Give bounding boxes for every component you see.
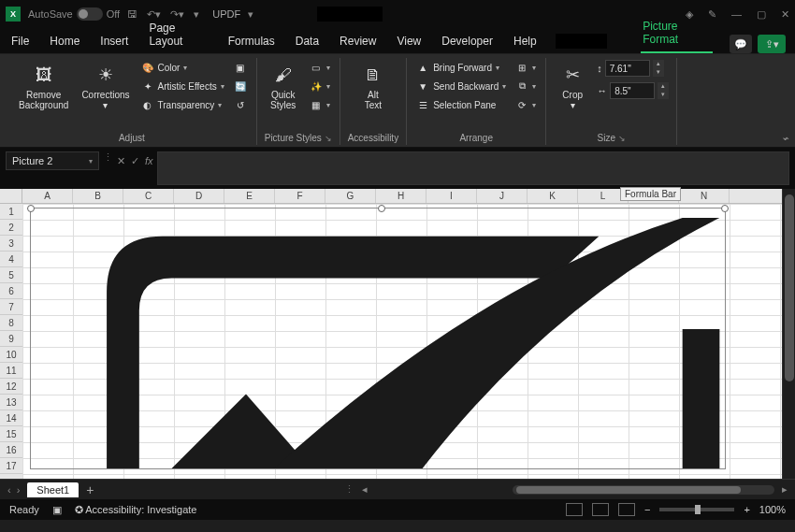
- picture-effects-button[interactable]: ✨: [308, 79, 332, 93]
- tab-formulas[interactable]: Formulas: [226, 29, 277, 53]
- row-header[interactable]: 17: [0, 458, 22, 474]
- zoom-slider[interactable]: [659, 508, 734, 511]
- sheet-nav-prev-icon[interactable]: ‹: [7, 484, 11, 496]
- comments-button[interactable]: 💬: [730, 35, 752, 53]
- row-header[interactable]: 10: [0, 347, 22, 363]
- cancel-formula-icon[interactable]: ✕: [117, 155, 125, 167]
- tab-home[interactable]: Home: [48, 29, 81, 53]
- row-header[interactable]: 5: [0, 267, 22, 283]
- row-header[interactable]: 7: [0, 299, 22, 315]
- close-icon[interactable]: ✕: [781, 8, 789, 21]
- bring-forward-button[interactable]: ▲Bring Forward: [414, 60, 508, 75]
- quick-styles-button[interactable]: 🖌 Quick Styles: [265, 60, 302, 112]
- crop-button[interactable]: ✂ Crop▾: [554, 60, 591, 112]
- embedded-picture[interactable]: [30, 208, 726, 469]
- row-header[interactable]: 12: [0, 379, 22, 395]
- maximize-icon[interactable]: ▢: [757, 8, 766, 21]
- formula-bar-collapse-icon[interactable]: ⌃: [783, 136, 790, 146]
- tab-picture-format[interactable]: Picture Format: [641, 14, 713, 53]
- scrollbar-thumb[interactable]: [785, 194, 794, 381]
- hscroll-left-icon[interactable]: ◂: [362, 483, 368, 496]
- row-header[interactable]: 4: [0, 252, 22, 267]
- corrections-button[interactable]: ☀ Corrections▾: [78, 60, 133, 112]
- col-header[interactable]: G: [325, 189, 376, 203]
- col-header[interactable]: N: [679, 189, 730, 203]
- enter-formula-icon[interactable]: ✓: [131, 155, 139, 167]
- row-header[interactable]: 15: [0, 426, 22, 442]
- tab-page-layout[interactable]: Page Layout: [147, 16, 209, 53]
- height-input[interactable]: ↕ ▴▾: [597, 60, 669, 77]
- hscroll-thumb[interactable]: [516, 486, 741, 494]
- tab-insert[interactable]: Insert: [98, 29, 130, 53]
- resize-handle-t[interactable]: [378, 205, 385, 212]
- row-header[interactable]: 8: [0, 315, 22, 331]
- macro-record-icon[interactable]: ▣: [52, 504, 62, 516]
- row-header[interactable]: 3: [0, 236, 22, 252]
- title-dropdown-icon[interactable]: ▾: [248, 8, 253, 21]
- toggle-off-icon[interactable]: [77, 7, 103, 21]
- change-picture-button[interactable]: 🔄: [232, 79, 249, 93]
- col-header[interactable]: K: [528, 189, 578, 203]
- minimize-icon[interactable]: —: [731, 8, 742, 20]
- tab-review[interactable]: Review: [338, 29, 378, 53]
- sheet-nav-next-icon[interactable]: ›: [17, 484, 21, 496]
- row-headers[interactable]: 1 2 3 4 5 6 7 8 9 10 11 12 13 14 15 16 1…: [0, 204, 22, 479]
- rotate-button[interactable]: ⟳: [513, 97, 538, 112]
- col-header[interactable]: D: [174, 189, 224, 203]
- name-box[interactable]: Picture 2 ▾: [6, 151, 99, 170]
- col-header[interactable]: F: [275, 189, 325, 203]
- resize-handle-tl[interactable]: [27, 205, 35, 212]
- normal-view-icon[interactable]: [566, 503, 583, 516]
- page-break-view-icon[interactable]: [618, 503, 635, 516]
- alt-text-button[interactable]: 🗎 Alt Text: [354, 60, 392, 112]
- styles-dialog-launcher[interactable]: ↘: [325, 134, 332, 143]
- picture-border-button[interactable]: ▭: [308, 60, 332, 75]
- hscroll-right-icon[interactable]: ▸: [782, 483, 788, 496]
- share-button[interactable]: ⇪▾: [758, 35, 786, 53]
- vertical-scrollbar[interactable]: [782, 189, 795, 479]
- accessibility-status[interactable]: ✪ Accessibility: Investigate: [75, 504, 197, 516]
- row-header[interactable]: 1: [0, 204, 22, 220]
- height-up[interactable]: ▴: [653, 60, 664, 68]
- save-icon[interactable]: 🖫: [127, 8, 137, 20]
- width-up[interactable]: ▴: [658, 82, 669, 91]
- zoom-level[interactable]: 100%: [759, 504, 786, 515]
- col-header[interactable]: B: [73, 189, 123, 203]
- row-header[interactable]: 9: [0, 331, 22, 347]
- zoom-in-icon[interactable]: +: [744, 504, 749, 515]
- width-field[interactable]: [610, 82, 655, 99]
- height-field[interactable]: [605, 60, 650, 77]
- select-all-corner[interactable]: [0, 189, 22, 203]
- selection-pane-button[interactable]: ☰Selection Pane: [414, 97, 508, 112]
- color-button[interactable]: 🎨Color: [139, 60, 226, 75]
- tab-view[interactable]: View: [395, 29, 423, 53]
- size-dialog-launcher[interactable]: ↘: [618, 134, 626, 143]
- tab-help[interactable]: Help: [512, 29, 539, 53]
- tab-file[interactable]: File: [9, 29, 31, 53]
- page-layout-view-icon[interactable]: [592, 503, 609, 516]
- add-sheet-icon[interactable]: +: [86, 482, 94, 497]
- tab-developer[interactable]: Developer: [440, 29, 495, 53]
- cell-grid[interactable]: [22, 204, 782, 479]
- tab-data[interactable]: Data: [294, 29, 321, 53]
- col-header[interactable]: E: [224, 189, 275, 203]
- sheet-tab-active[interactable]: Sheet1: [27, 482, 79, 497]
- col-header[interactable]: J: [477, 189, 528, 203]
- formula-bar[interactable]: ⌃: [157, 151, 789, 185]
- row-header[interactable]: 13: [0, 395, 22, 410]
- group-button[interactable]: ⧉: [513, 79, 538, 93]
- row-header[interactable]: 16: [0, 442, 22, 458]
- row-header[interactable]: 6: [0, 283, 22, 299]
- col-header[interactable]: H: [376, 189, 426, 203]
- row-header[interactable]: 2: [0, 220, 22, 236]
- autosave-toggle[interactable]: AutoSave Off: [28, 7, 120, 21]
- picture-layout-button[interactable]: ▦: [308, 97, 332, 112]
- width-input[interactable]: ↔ ▴▾: [597, 82, 669, 99]
- fx-icon[interactable]: fx: [145, 155, 153, 166]
- height-down[interactable]: ▾: [653, 68, 664, 77]
- artistic-effects-button[interactable]: ✦Artistic Effects: [139, 79, 226, 93]
- send-backward-button[interactable]: ▼Send Backward: [414, 79, 508, 93]
- name-box-dropdown-icon[interactable]: ▾: [89, 157, 93, 165]
- width-down[interactable]: ▾: [658, 91, 669, 99]
- col-header[interactable]: A: [22, 189, 73, 203]
